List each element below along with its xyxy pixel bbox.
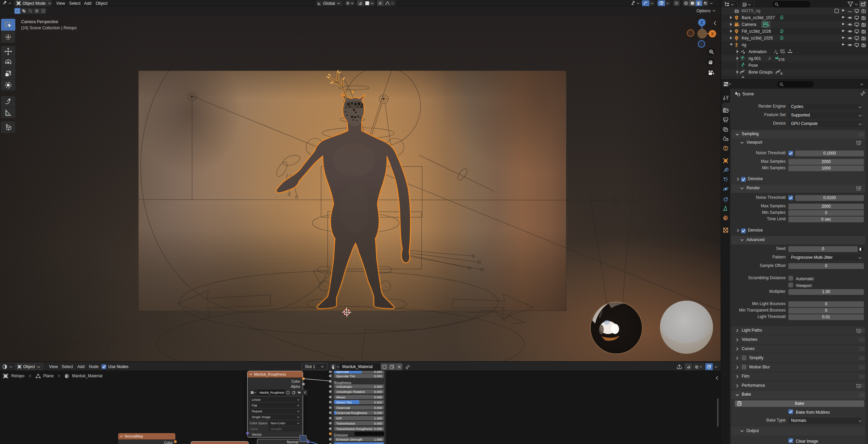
svg-text:Z: Z <box>700 20 703 25</box>
svg-text:X: X <box>711 32 714 36</box>
